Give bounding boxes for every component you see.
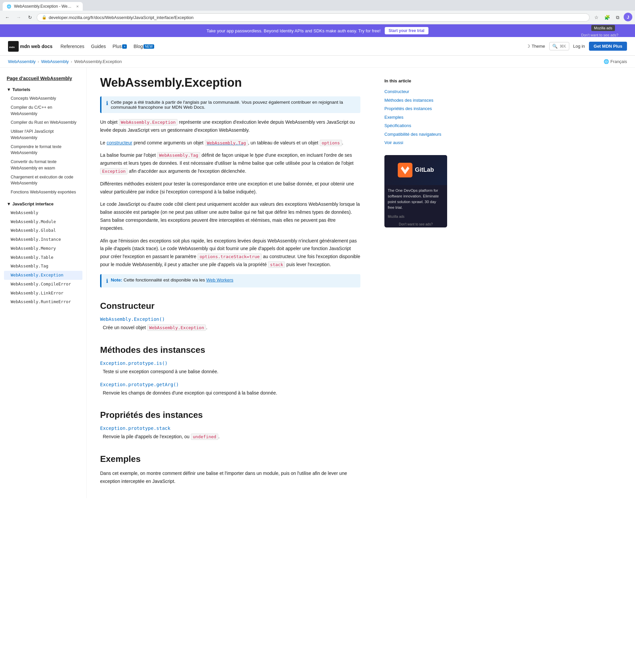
method-is-desc: Teste si une exception correspond à une … [100, 368, 360, 375]
web-workers-link[interactable]: Web Workers [206, 277, 233, 283]
section-examples: Exemples [100, 451, 360, 464]
sidebar-item-fonctions[interactable]: Fonctions WebAssembly exportées [4, 188, 82, 197]
right-column: In this article Constructeur Méthodes de… [374, 68, 454, 498]
bookmark-btn[interactable]: ☆ [592, 13, 601, 22]
search-icon: 🔍 [552, 44, 557, 49]
toc-item-methods[interactable]: Méthodes des instansces [385, 96, 447, 105]
mdn-logo-icon: mdn [8, 41, 19, 52]
toc-item-specifications[interactable]: Spécifications [385, 121, 447, 130]
tab-favicon: 🌐 [7, 4, 12, 9]
address-bar[interactable]: 🔒 developer.mozilla.org/fr/docs/WebAssem… [37, 13, 590, 22]
sidebar-item-compileerror[interactable]: WebAssembly.CompileError [4, 280, 82, 289]
collapse-icon-js: ▼ [7, 201, 11, 206]
toc-item-constructor[interactable]: Constructeur [385, 87, 447, 96]
toc-sidebar: In this article Constructeur Méthodes de… [379, 73, 453, 233]
theme-button[interactable]: ☽ Theme [526, 44, 545, 49]
forward-button[interactable]: → [14, 13, 23, 22]
constructor-link[interactable]: WebAssembly.Exception() [100, 316, 360, 322]
sidebar-section-js-title[interactable]: ▼ JavaScript interface [4, 199, 82, 208]
sidebar-item-format-texte[interactable]: Comprendre le format texte WebAssembly [4, 142, 82, 158]
ad-banner: Take your app passwordless. Beyond Ident… [0, 24, 635, 37]
sidebar-item-tag[interactable]: WebAssembly.Tag [4, 262, 82, 271]
para-1: Un objet WebAssembly.Exception représent… [100, 118, 360, 134]
translation-text: Cette page a été traduite à partir de l'… [111, 100, 356, 110]
toc-item-compat[interactable]: Compatibilité des navigateurs [385, 130, 447, 139]
sidebar-item-webassembly[interactable]: WebAssembly [4, 208, 82, 218]
login-button[interactable]: Log in [573, 44, 585, 49]
back-button[interactable]: ← [3, 13, 12, 22]
ad-dont-want[interactable]: Don't want to see ads? [385, 221, 447, 227]
breadcrumb-webassembly[interactable]: WebAssembly [8, 59, 36, 64]
mdn-logo[interactable]: mdn mdn web docs [8, 41, 52, 52]
method-getarg-desc: Renvoie les champs de données d'une exce… [100, 389, 360, 397]
note-icon: ℹ [106, 278, 108, 284]
sidebar-section-js: ▼ JavaScript interface WebAssembly WebAs… [4, 199, 82, 307]
sidebar-item-convertir[interactable]: Convertir du format texte WebAssembly en… [4, 157, 82, 173]
nav-references[interactable]: References [60, 44, 84, 49]
section-methods: Méthodes des instansces [100, 342, 360, 355]
trial-button[interactable]: Start your free trial [385, 27, 429, 35]
breadcrumb-webassembly-2[interactable]: WebAssembly [41, 59, 69, 64]
tag-link[interactable]: WebAssembly.Tag [205, 140, 248, 145]
prop-stack-desc: Renvoie la pile d'appels de l'exception,… [100, 433, 360, 441]
para-5: Le code JavaScript ou d'autre code côté … [100, 200, 360, 232]
ad-text: Take your app passwordless. Beyond Ident… [206, 28, 380, 33]
sidebar-item-memory[interactable]: WebAssembly.Memory [4, 244, 82, 253]
constructeur-link[interactable]: constructeur [106, 140, 132, 145]
code-stack-prop: stack [268, 262, 285, 268]
toc-item-properties[interactable]: Propriétés des instances [385, 104, 447, 113]
browser-chrome: 🌐 WebAssembly.Exception - WebAs... ✕ ← →… [0, 0, 635, 24]
get-mdn-button[interactable]: Get MDN Plus [589, 42, 627, 51]
method-is-link[interactable]: Exception.prototype.is() [100, 360, 360, 366]
ad-mozilla-link[interactable]: Mozilla ads [388, 215, 404, 219]
toc-title: In this article [385, 79, 447, 83]
profile-button[interactable]: J [623, 13, 632, 21]
search-kbd: ⌘K [560, 44, 566, 49]
breadcrumb-sep-2: › [71, 59, 72, 64]
url-text: developer.mozilla.org/fr/docs/WebAssembl… [49, 15, 585, 20]
code-options: options [320, 140, 342, 146]
locale-selector[interactable]: 🌐 Français [604, 59, 627, 64]
code-exception-obj: Exception [100, 168, 128, 174]
sidebar-item-table[interactable]: WebAssembly.Table [4, 253, 82, 262]
reload-button[interactable]: ↻ [25, 13, 35, 22]
sidebar-item-instance[interactable]: WebAssembly.Instance [4, 235, 82, 244]
nav-guides[interactable]: Guides [91, 44, 106, 49]
toc-item-examples[interactable]: Exemples [385, 113, 447, 122]
sidebar-item-global[interactable]: WebAssembly.Global [4, 226, 82, 235]
sidebar-item-chargement[interactable]: Chargement et exécution de code WebAssem… [4, 173, 82, 188]
header-right: ☽ Theme 🔍 ⌘K Log in Get MDN Plus [526, 42, 627, 51]
mdn-header: mdn mdn web docs References Guides Plus+… [0, 37, 635, 56]
extensions-btn[interactable]: 🧩 [602, 13, 612, 22]
sidebar-item-utiliser[interactable]: Utiliser l'API JavaScript WebAssembly [4, 127, 82, 142]
split-view-btn[interactable]: ⧉ [613, 13, 622, 22]
gitlab-svg [400, 165, 411, 175]
sidebar-item-linkerror[interactable]: WebAssembly.LinkError [4, 289, 82, 298]
globe-icon: 🌐 [604, 59, 609, 64]
sidebar-title[interactable]: Page d'accueil WebAssembly [4, 73, 82, 84]
sidebar-item-runtimeerror[interactable]: WebAssembly.RuntimeError [4, 297, 82, 307]
svg-text:mdn: mdn [9, 45, 15, 48]
breadcrumb: WebAssembly › WebAssembly › WebAssembly.… [0, 56, 635, 68]
code-exception-1: WebAssembly.Exception [119, 119, 177, 126]
method-getarg-link[interactable]: Exception.prototype.getArg() [100, 382, 360, 387]
nav-plus[interactable]: Plus+ [112, 44, 127, 49]
search-button[interactable]: 🔍 ⌘K [549, 42, 569, 50]
info-icon: ℹ [106, 100, 108, 106]
sidebar: Page d'accueil WebAssembly ▼ Tutoriels C… [0, 68, 87, 498]
mdn-nav: References Guides Plus+ BlogNEW [60, 44, 154, 49]
main-layout: Page d'accueil WebAssembly ▼ Tutoriels C… [0, 68, 635, 498]
sidebar-section-tutoriels-title[interactable]: ▼ Tutoriels [4, 85, 82, 94]
active-tab: 🌐 WebAssembly.Exception - WebAs... ✕ [3, 2, 83, 11]
sidebar-item-compiler-rust[interactable]: Compiler du Rust en WebAssembly [4, 118, 82, 127]
para-6: Afin que l'émission des exceptions soit … [100, 237, 360, 269]
dont-want-ads[interactable]: Don't want to see ads? [581, 33, 618, 37]
tab-close-btn[interactable]: ✕ [76, 5, 79, 8]
toc-item-voir[interactable]: Voir aussi [385, 138, 447, 147]
sidebar-item-concepts[interactable]: Concepts WebAssembly [4, 94, 82, 103]
sidebar-item-compiler-c[interactable]: Compiler du C/C++ en WebAssembly [4, 103, 82, 118]
sidebar-item-module[interactable]: WebAssembly.Module [4, 218, 82, 226]
nav-blog[interactable]: BlogNEW [133, 44, 154, 49]
prop-stack-link[interactable]: Exception.prototype.stack [100, 426, 360, 431]
sidebar-item-exception[interactable]: WebAssembly.Exception [4, 271, 82, 280]
